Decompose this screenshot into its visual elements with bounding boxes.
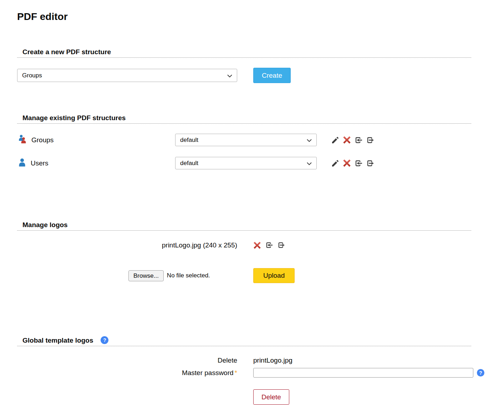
export-icon[interactable] xyxy=(277,241,285,249)
global-delete-row: Delete printLogo.jpg xyxy=(17,346,504,364)
user-icon xyxy=(18,158,26,169)
export-icon[interactable] xyxy=(366,159,375,168)
help-icon[interactable]: ? xyxy=(477,369,484,377)
help-icon[interactable]: ? xyxy=(101,336,108,344)
global-section-header: Global template logos ? xyxy=(17,337,471,346)
master-password-input[interactable] xyxy=(253,368,473,378)
create-structure-row: Groups Create xyxy=(17,58,504,83)
edit-icon[interactable] xyxy=(331,159,340,168)
groups-structure-select[interactable]: default xyxy=(175,134,317,146)
file-status-text: No file selected. xyxy=(167,272,210,279)
import-icon[interactable] xyxy=(354,159,363,168)
edit-icon[interactable] xyxy=(331,136,340,144)
structure-label-groups: Groups xyxy=(31,136,54,144)
users-structure-select[interactable]: default xyxy=(175,157,317,169)
structure-type-select[interactable]: Groups xyxy=(17,69,237,82)
logo-row: printLogo.jpg (240 x 255) xyxy=(17,231,504,249)
manage-section-header: Manage existing PDF structures xyxy=(17,114,471,124)
master-password-label: Master password xyxy=(182,369,234,377)
upload-row: Browse... No file selected. Upload xyxy=(17,268,504,283)
create-section-header: Create a new PDF structure xyxy=(17,48,471,58)
create-button[interactable]: Create xyxy=(253,68,291,83)
delete-button[interactable]: Delete xyxy=(253,389,289,405)
chevron-down-icon xyxy=(227,72,232,79)
global-logo-name: printLogo.jpg xyxy=(253,357,504,364)
delete-label: Delete xyxy=(17,357,237,364)
browse-button[interactable]: Browse... xyxy=(128,270,164,281)
page-title: PDF editor xyxy=(17,11,504,23)
groups-structure-select-value: default xyxy=(180,137,198,144)
master-password-row: Master password* ? xyxy=(17,368,504,378)
structure-row-users: Users default xyxy=(17,157,504,169)
structure-label-users: Users xyxy=(31,159,49,167)
import-icon[interactable] xyxy=(265,241,273,249)
delete-x-icon[interactable] xyxy=(343,159,351,167)
chevron-down-icon xyxy=(307,137,312,144)
upload-button[interactable]: Upload xyxy=(253,268,295,283)
export-icon[interactable] xyxy=(366,136,375,144)
users-structure-select-value: default xyxy=(180,160,198,167)
pdf-editor-page: PDF editor Create a new PDF structure Gr… xyxy=(0,11,504,420)
delete-x-icon[interactable] xyxy=(253,241,261,249)
required-marker: * xyxy=(235,369,237,377)
groups-icon xyxy=(18,134,27,145)
manage-section-title: Manage existing PDF structures xyxy=(22,114,126,122)
global-section-title: Global template logos xyxy=(22,337,93,344)
structure-row-groups: Groups default xyxy=(17,134,504,146)
logos-section-title: Manage logos xyxy=(22,221,68,229)
logo-name: printLogo.jpg (240 x 255) xyxy=(17,241,237,249)
import-icon[interactable] xyxy=(354,136,363,144)
delete-x-icon[interactable] xyxy=(343,136,351,144)
global-delete-button-row: Delete xyxy=(253,389,504,405)
logos-section-header: Manage logos xyxy=(17,221,471,231)
structure-type-select-value: Groups xyxy=(22,72,42,79)
create-section-title: Create a new PDF structure xyxy=(22,48,111,56)
chevron-down-icon xyxy=(307,160,312,167)
